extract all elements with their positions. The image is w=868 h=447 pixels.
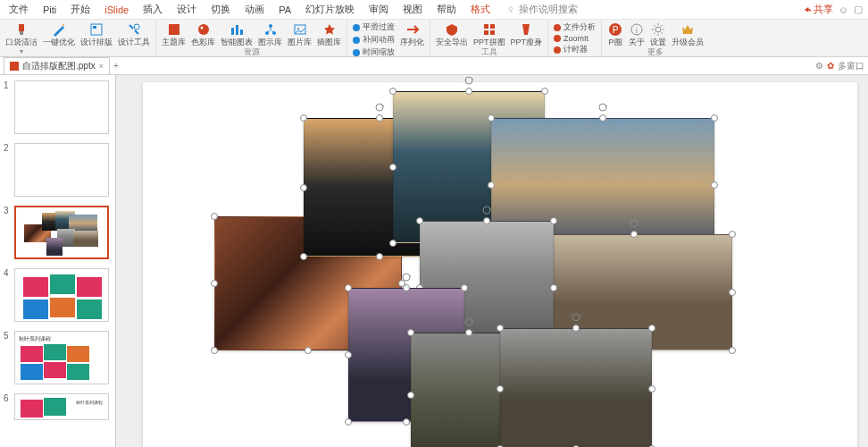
menu-home[interactable]: 开始 [67, 1, 94, 18]
selection-handle[interactable] [376, 253, 383, 260]
selection-handle[interactable] [550, 284, 557, 291]
selection-handle[interactable] [630, 231, 638, 238]
selection-handle[interactable] [300, 253, 307, 260]
menu-design[interactable]: 设计 [173, 1, 200, 18]
ribbon-vip-button[interactable]: 升级会员 [672, 21, 704, 46]
selection-handle[interactable] [550, 217, 557, 224]
document-tab[interactable]: 自适排版配图.pptx × [4, 57, 110, 74]
ribbon-smooth-button[interactable]: 平滑过渡 [353, 21, 395, 33]
menu-insert[interactable]: 插入 [139, 1, 166, 18]
thumbnail-1[interactable]: 1 [4, 80, 112, 134]
selection-handle[interactable] [465, 88, 472, 95]
menu-transition[interactable]: 切换 [207, 1, 234, 18]
ribbon-clean-button[interactable]: 口袋清洁 ▾ [5, 21, 38, 55]
ribbon-pcircle-button[interactable]: PP圈 [607, 21, 623, 46]
right-gear-icon[interactable]: ⚙ [815, 61, 823, 71]
ribbon-timer-button[interactable]: 计时器 [554, 44, 596, 55]
menu-islide[interactable]: iSlide [101, 3, 132, 17]
selection-handle[interactable] [729, 289, 736, 296]
rotate-handle-icon[interactable] [463, 75, 474, 86]
menu-piti[interactable]: Piti [39, 3, 60, 17]
menu-animation[interactable]: 动画 [241, 1, 268, 18]
rotate-handle-icon[interactable] [463, 316, 474, 327]
thumbnail-6[interactable]: 6 秋叶系列课程 [4, 393, 112, 420]
selection-handle[interactable] [389, 240, 396, 247]
selection-handle[interactable] [345, 418, 352, 426]
selection-handle[interactable] [488, 181, 495, 189]
selection-handle[interactable] [572, 325, 580, 332]
thumbnail-5[interactable]: 5 秋叶系列课程 [4, 331, 112, 384]
window-smiley-icon[interactable]: ☺ [839, 4, 848, 15]
selection-handle[interactable] [648, 325, 655, 332]
ribbon-export-button[interactable]: 安全导出 [436, 21, 468, 46]
menu-pa[interactable]: PA [275, 3, 295, 17]
selection-handle[interactable] [497, 385, 504, 392]
ribbon-tools-button[interactable]: 设计工具 [118, 21, 150, 46]
share-button[interactable]: 共享 [803, 3, 833, 16]
selection-handle[interactable] [300, 114, 307, 122]
new-tab-button[interactable]: + [113, 61, 119, 71]
right-flower-icon[interactable]: ✿ [827, 61, 834, 71]
selection-handle[interactable] [729, 347, 736, 354]
selection-handle[interactable] [729, 231, 736, 238]
selection-handle[interactable] [483, 217, 490, 224]
selection-handle[interactable] [648, 385, 655, 392]
rotate-handle-icon[interactable] [481, 205, 492, 215]
menu-format[interactable]: 格式 [467, 1, 494, 18]
rotate-handle-icon[interactable] [629, 218, 639, 229]
ribbon-tween-button[interactable]: 补间动画 [353, 34, 395, 46]
selection-handle[interactable] [497, 325, 504, 332]
selection-handle[interactable] [416, 217, 423, 224]
thumbnail-panel[interactable]: 1 2 3 4 [0, 75, 116, 447]
ribbon-image-button[interactable]: 图片库 [288, 21, 312, 46]
selection-handle[interactable] [300, 184, 307, 191]
ribbon-sequence-button[interactable]: 序列化 [400, 21, 424, 46]
menu-view[interactable]: 视图 [399, 1, 426, 18]
selection-handle[interactable] [376, 114, 383, 122]
ribbon-diagram-button[interactable]: 图示库 [258, 21, 282, 46]
ribbon-smartchart-button[interactable]: 智能图表 [221, 21, 253, 46]
selection-handle[interactable] [211, 347, 218, 354]
ribbon-about-button[interactable]: i关于 [629, 21, 645, 46]
window-max-icon[interactable]: ▢ [854, 4, 863, 15]
selection-handle[interactable] [211, 213, 218, 220]
ribbon-zoomit-button[interactable]: ZoomIt [554, 34, 596, 43]
selection-handle[interactable] [389, 88, 396, 95]
ribbon-palette-button[interactable]: 色彩库 [191, 21, 215, 46]
thumbnail-4[interactable]: 4 [4, 268, 112, 322]
selection-handle[interactable] [403, 284, 410, 291]
menu-file[interactable]: 文件 [5, 1, 32, 18]
rotate-handle-icon[interactable] [571, 312, 581, 323]
ribbon-puzzle-button[interactable]: PPT拼图 [473, 21, 505, 46]
multi-window-button[interactable]: 多窗口 [838, 60, 864, 72]
selection-handle[interactable] [711, 114, 718, 122]
selection-handle[interactable] [541, 88, 548, 95]
menu-slideshow[interactable]: 幻灯片放映 [302, 1, 358, 18]
selection-handle[interactable] [345, 284, 352, 291]
selection-handle[interactable] [345, 351, 352, 358]
selection-handle[interactable] [461, 284, 468, 291]
selection-handle[interactable] [407, 329, 414, 336]
rotate-handle-icon[interactable] [374, 102, 385, 113]
selection-handle[interactable] [407, 392, 414, 399]
ribbon-slim-button[interactable]: PPT瘦身 [511, 21, 543, 46]
collage-image-bike[interactable] [500, 328, 652, 447]
ribbon-iconlib-button[interactable]: 插图库 [317, 21, 341, 46]
selection-handle[interactable] [403, 418, 410, 426]
selection-handle[interactable] [305, 347, 312, 354]
selection-handle[interactable] [465, 329, 472, 336]
close-tab-icon[interactable]: × [99, 62, 104, 71]
selection-handle[interactable] [599, 114, 606, 122]
thumbnail-2[interactable]: 2 [4, 143, 112, 197]
menu-help[interactable]: 帮助 [433, 1, 460, 18]
ribbon-analysis-button[interactable]: 文件分析 [554, 21, 596, 33]
selection-handle[interactable] [389, 164, 396, 171]
ribbon-optimize-button[interactable]: 一键优化 [43, 21, 75, 46]
thumbnail-3[interactable]: 3 [4, 206, 112, 259]
selection-handle[interactable] [211, 280, 218, 287]
selection-handle[interactable] [711, 181, 718, 189]
ribbon-settings-button[interactable]: 设置 [650, 21, 666, 46]
rotate-handle-icon[interactable] [401, 272, 412, 283]
rotate-handle-icon[interactable] [597, 102, 608, 113]
ribbon-layout-button[interactable]: 设计排版 [80, 21, 113, 46]
